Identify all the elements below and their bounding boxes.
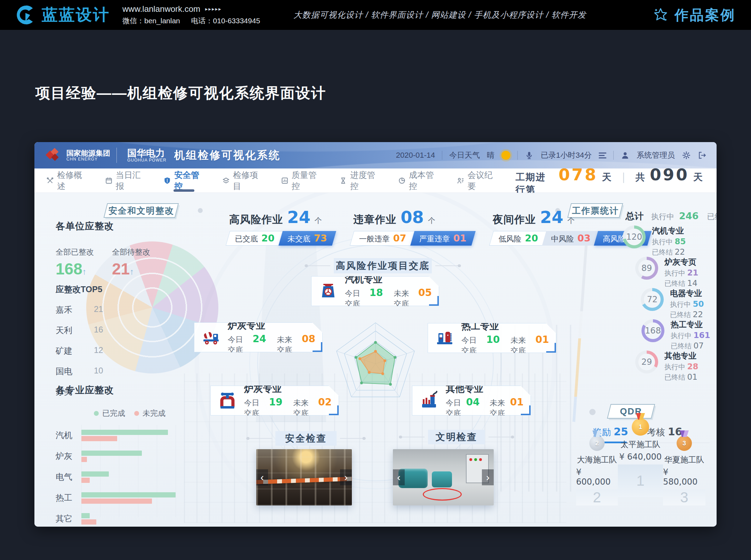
team-name: 大海施工队	[577, 454, 617, 465]
top5-unit-value: 10	[94, 366, 103, 377]
gold-medal-icon: 1	[632, 418, 649, 436]
today-briefing-value: 18	[370, 287, 383, 298]
legend-label: 已完成	[102, 408, 125, 419]
bar-row: 汽机	[56, 425, 198, 446]
chip-value: 20	[261, 233, 275, 244]
today-briefing-value: 19	[269, 396, 282, 408]
top5-row: 天利16	[56, 325, 115, 336]
chip-value: 73	[314, 233, 327, 244]
podium-block: 1	[618, 464, 663, 497]
bar-undone	[81, 457, 87, 462]
spec-card-text: 炉灰专业今日交底24未来交底08	[228, 319, 315, 355]
tab-当日汇报[interactable]: 当日汇报	[105, 168, 146, 192]
up-arrow-icon: ↑	[130, 267, 134, 276]
bar-done	[81, 451, 142, 456]
page: 蓝蓝设计 www.lanlanwork.com ▸▸▸▸▸ 微信：ben_lan…	[0, 0, 751, 560]
silver-medal-icon: 2	[589, 436, 605, 451]
tab-成本管控[interactable]: 成本管控	[398, 168, 439, 192]
weather-value: 晴	[487, 150, 494, 160]
settings-gear-icon[interactable]	[682, 151, 691, 160]
donut-text: 汽机专业执行中 85已终结 22	[652, 225, 686, 253]
running-value: 161	[694, 331, 710, 340]
future-briefing-value: 01	[510, 396, 524, 408]
progress-unit: 天	[602, 171, 612, 183]
podium-华夏施工队: 3华夏施工队¥ 580,0003	[663, 429, 705, 505]
donut-text: 其他专业执行中 28已终结 01	[664, 351, 698, 378]
top5-unit-value: 21	[94, 304, 103, 315]
safety-check-photo[interactable]: ‹ ›	[256, 449, 352, 505]
up-arrow-icon: ↑	[82, 267, 87, 276]
specialty-name: 炉灰专页	[664, 257, 698, 267]
divider	[517, 151, 518, 160]
ticket-donut-炉灰专页: 89炉灰专页执行中 21已终结 14	[635, 257, 710, 285]
barrier-stripe	[256, 477, 352, 484]
tab-检修项目[interactable]: 检修项目	[222, 168, 263, 192]
future-briefing-value: 01	[535, 334, 549, 345]
finished-label: 已终结	[670, 311, 693, 319]
tab-会议纪要[interactable]: 会议纪要	[457, 168, 498, 192]
donut-chart: 29	[635, 351, 658, 373]
chip-label: 未交底	[288, 234, 310, 244]
site-url[interactable]: www.lanlanwork.com	[122, 4, 200, 14]
ticket-total-line: 总计 执行中 246 已终结 281	[625, 210, 717, 222]
services-list: 大数据可视化设计 / 软件界面设计 / 网站建设 / 手机及小程序设计 / 软件…	[293, 9, 586, 20]
top5-title: 应整改TOP5	[56, 284, 115, 295]
system-title: 机组检修可视化系统	[174, 148, 281, 163]
carousel-prev-button[interactable]: ‹	[393, 469, 405, 485]
layers-icon	[222, 177, 230, 184]
tab-检修概述[interactable]: 检修概述	[46, 168, 87, 192]
progress-current-days: 078	[558, 165, 598, 184]
dashboard-nav-tabs: 检修概述当日汇报安全管控检修项目质量管控进度管控成本管控会议纪要 工期进行第 0…	[34, 168, 717, 193]
progress-total-unit: 天	[693, 171, 703, 183]
finished-label: 已终结	[664, 280, 687, 287]
safety-civility-badge: 安全和文明整改	[104, 203, 179, 218]
team-name: 华夏施工队	[664, 454, 704, 465]
wechat-text: 微信：ben_lanlan	[122, 17, 180, 25]
stat-group-unit: 个	[428, 216, 435, 225]
username: 系统管理员	[637, 150, 675, 160]
divider	[613, 151, 614, 160]
team-amount: ¥ 600,000	[576, 467, 618, 487]
top5-unit-value: 12	[94, 345, 103, 356]
bar-undone	[81, 478, 90, 483]
carousel-next-button[interactable]: ›	[340, 469, 352, 485]
bar-row: 炉灰	[56, 446, 198, 467]
bar-category-label: 汽机	[56, 430, 81, 441]
microphone-icon	[525, 151, 534, 160]
logout-icon[interactable]	[698, 151, 707, 160]
record-list-icon[interactable]	[599, 151, 606, 160]
tab-质量管控[interactable]: 质量管控	[281, 168, 322, 192]
portfolio-link[interactable]: 作品案例	[652, 6, 736, 25]
bar-undone	[81, 436, 117, 441]
tab-label: 当日汇报	[116, 170, 146, 192]
top5-row: 嘉禾21	[56, 304, 115, 315]
podium-太平施工队: 1太平施工队¥ 640,0001	[618, 412, 663, 497]
bar-done	[81, 430, 168, 435]
carousel-prev-button[interactable]: ‹	[256, 469, 268, 485]
tab-安全管控[interactable]: 安全管控	[163, 168, 204, 192]
finished-label: 已终结	[652, 248, 675, 256]
site-contact: www.lanlanwork.com ▸▸▸▸▸ 微信：ben_lanlan 电…	[122, 4, 269, 26]
running-label: 执行中	[652, 238, 675, 246]
divider	[442, 151, 442, 160]
spec-card-汽机专业: 汽机专业今日交底18未来交底05	[311, 276, 439, 306]
carousel-next-button[interactable]: ›	[482, 469, 494, 485]
donut-text: 热工专业执行中 161已终结 07	[671, 319, 710, 347]
top5-row: 国电10	[56, 366, 115, 377]
bar-category-label: 其它	[56, 513, 81, 524]
top5-unit-value: 16	[94, 325, 103, 336]
civility-check-photo[interactable]: ‹ ›	[393, 449, 494, 505]
legend-item: 未完成	[134, 408, 165, 419]
running-line: 执行中 85	[652, 237, 686, 247]
ticket-donut-汽机专业: 120汽机专业执行中 85已终结 22	[623, 225, 710, 253]
chip-label: 中风险	[551, 234, 574, 244]
stat-group-title-row: 违章作业08个	[353, 207, 473, 227]
bar-undone	[81, 499, 152, 504]
donut-text: 炉灰专页执行中 21已终结 14	[664, 257, 698, 285]
tab-label: 安全管控	[174, 170, 204, 192]
chip-value: 03	[578, 233, 591, 244]
chart-icon	[281, 177, 289, 184]
site-logo[interactable]: 蓝蓝设计	[15, 4, 110, 26]
podium-大海施工队: 2大海施工队¥ 600,0002	[576, 429, 618, 505]
tab-进度管控[interactable]: 进度管控	[339, 168, 380, 192]
